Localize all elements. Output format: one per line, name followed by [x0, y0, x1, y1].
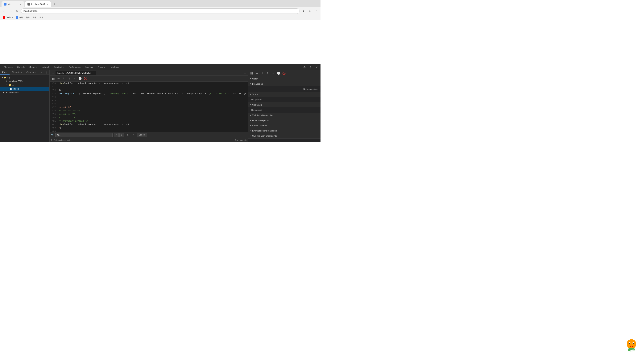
line-num-472: 472: [50, 88, 57, 92]
chevron-icon-top: ▼: [2, 76, 3, 78]
call-stack-section-header[interactable]: ▼ Call Stack: [248, 102, 320, 107]
breakpoints-section-header[interactable]: ▼ Breakpoints: [248, 82, 320, 86]
find-regex[interactable]: .*: [131, 134, 135, 137]
right-step-button[interactable]: →: [271, 71, 275, 75]
tree-item-localhost[interactable]: ▼ ☀ localhost:3005: [0, 79, 49, 83]
find-cancel-button[interactable]: Cancel: [137, 133, 147, 137]
tree-item-top[interactable]: ▼ 📁 top: [0, 76, 49, 79]
csp-section-header[interactable]: ► CSP Violation Breakpoints: [248, 134, 320, 138]
bookmark-youtube[interactable]: YouTube: [2, 16, 14, 19]
sidebar-add-button[interactable]: ⋮: [44, 70, 49, 74]
code-line-473[interactable]: pack_require__.r(__webpack_exports__);/*…: [57, 92, 248, 95]
tab-2[interactable]: localhost:3005 ×: [25, 1, 51, 7]
xhr-section-header[interactable]: ► XHR/fetch Breakpoints: [248, 113, 320, 118]
step-out-button[interactable]: ⇑: [67, 76, 71, 80]
code-line-484[interactable]: [57, 130, 248, 132]
right-deactivate-bp[interactable]: ⚪: [276, 71, 281, 75]
code-editor[interactable]: 470 471 472 473 474 475 476 477 478 479 …: [50, 82, 248, 132]
bookmark-button[interactable]: ★: [301, 8, 306, 14]
tree-item-js[interactable]: ▼ 📁 js: [0, 83, 49, 87]
tab-console[interactable]: Console: [15, 64, 27, 70]
devtools-tab-bar: Elements Console Sources Network Applica…: [0, 64, 320, 70]
back-button[interactable]: ←: [2, 8, 7, 14]
code-line-481[interactable]: /* provided: default */: [57, 119, 248, 123]
tree-item-index[interactable]: 📄 (index): [0, 87, 49, 91]
right-step-out-button[interactable]: ⇑: [266, 71, 270, 75]
editor-layout-toggle[interactable]: ☷: [50, 72, 55, 74]
split-view-icon[interactable]: ☷: [243, 71, 247, 75]
status-selector[interactable]: {}: [51, 139, 53, 141]
new-tab-button[interactable]: +: [52, 2, 57, 7]
sidebar-more-button[interactable]: »: [39, 70, 43, 74]
sidebar-tab-page[interactable]: Page: [0, 70, 10, 74]
reload-button[interactable]: ↻: [15, 8, 20, 14]
code-line-476[interactable]: [57, 102, 248, 106]
bookmark-files[interactable]: 资源: [38, 16, 45, 19]
find-input[interactable]: [55, 133, 113, 137]
right-pause-button[interactable]: ▮▮: [250, 71, 254, 75]
global-listeners-section-header[interactable]: ► Global Listeners: [248, 123, 320, 128]
sidebar-tab-overrides[interactable]: Overrides: [24, 70, 38, 74]
address-bar[interactable]: localhost:3005: [21, 8, 299, 14]
tab-elements[interactable]: Elements: [2, 64, 15, 70]
devtools: Elements Console Sources Network Applica…: [0, 64, 320, 142]
step-button[interactable]: →: [73, 76, 77, 80]
forward-button[interactable]: →: [8, 8, 13, 14]
tab-bar: http × localhost:3005 × +: [0, 0, 320, 7]
bookmark-map[interactable]: 地图: [15, 16, 24, 19]
watch-chevron-icon: ▼: [250, 78, 251, 80]
tab-performance[interactable]: Performance: [67, 64, 83, 70]
pause-button[interactable]: ▮▮: [51, 76, 55, 80]
folder-icon-js: 📁: [8, 84, 11, 86]
devtools-more-button[interactable]: ⋮: [308, 65, 313, 70]
right-step-into-button[interactable]: ⇓: [260, 71, 265, 75]
code-line-475[interactable]: [57, 99, 248, 102]
code-line-483[interactable]: ";: [57, 126, 248, 130]
step-into-button[interactable]: ⇓: [62, 76, 66, 80]
tab-close-1[interactable]: ×: [20, 3, 22, 6]
code-line-474[interactable]: [57, 95, 248, 99]
code-line-472[interactable]: };: [57, 88, 248, 92]
tab-lighthouse[interactable]: Lighthouse: [107, 64, 122, 70]
watch-section-header[interactable]: ▼ Watch: [248, 76, 320, 81]
bookmarks-bar: YouTube 地图 翻译 资讯 资源: [0, 15, 320, 20]
code-line-471[interactable]: [57, 85, 248, 88]
tree-item-webpack[interactable]: ► ☀ webpack://: [0, 91, 49, 94]
code-line-470[interactable]: tion(module, __webpack_exports__, __webp…: [57, 82, 248, 85]
tab-application[interactable]: Application: [52, 64, 67, 70]
tab-close-2[interactable]: ×: [46, 3, 49, 6]
step-over-button[interactable]: ⇋: [57, 76, 61, 80]
tab-network[interactable]: Network: [40, 64, 52, 70]
tab-1[interactable]: http ×: [2, 1, 25, 7]
devtools-close-button[interactable]: ✕: [314, 65, 319, 70]
find-prev-button[interactable]: ↑: [114, 133, 119, 137]
right-dont-pause[interactable]: 🚫: [282, 71, 286, 75]
bookmark-news[interactable]: 资讯: [32, 16, 38, 19]
code-line-478[interactable]: /**************!*|: [57, 109, 248, 112]
extensions-button[interactable]: ⚹: [307, 8, 312, 14]
find-next-button[interactable]: ↓: [119, 133, 124, 137]
code-line-479[interactable]: c/test.js ***!: [57, 112, 248, 116]
devtools-settings-button[interactable]: ⚙: [302, 65, 307, 70]
tab-security[interactable]: Security: [95, 64, 107, 70]
tab-sources[interactable]: Sources: [27, 64, 39, 70]
code-line-482[interactable]: tion(module, __webpack_exports__, __webp…: [57, 123, 248, 126]
code-line-477[interactable]: c/test.js":: [57, 106, 248, 109]
editor-expand-toggle[interactable]: ☷: [243, 71, 247, 75]
scope-section-header[interactable]: ▼ Scope: [248, 92, 320, 97]
editor-tab-close[interactable]: ✕: [93, 72, 94, 74]
dom-section-header[interactable]: ► DOM Breakpoints: [248, 118, 320, 123]
code-line-480[interactable]: \***********/: [57, 116, 248, 119]
scope-section: ▼ Scope Not paused: [248, 92, 320, 102]
event-listeners-section-header[interactable]: ► Event Listener Breakpoints: [248, 128, 320, 133]
status-selected-text: 5 characters selected: [54, 139, 72, 141]
tab-memory[interactable]: Memory: [83, 64, 95, 70]
menu-button[interactable]: ⋮: [314, 8, 319, 14]
right-step-over-button[interactable]: ⇋: [255, 71, 259, 75]
sidebar-tab-filesystem[interactable]: Filesystem: [10, 70, 24, 74]
dont-pause-on-exceptions[interactable]: 🚫: [83, 76, 87, 80]
deactivate-breakpoints[interactable]: ⚪: [78, 76, 82, 80]
editor-tab-bundle[interactable]: bundle.4c2b4259...5951e4d5327fb6 ✕: [56, 71, 96, 75]
find-match-case[interactable]: Aa: [125, 134, 131, 137]
bookmark-translate[interactable]: 翻译: [25, 16, 31, 19]
